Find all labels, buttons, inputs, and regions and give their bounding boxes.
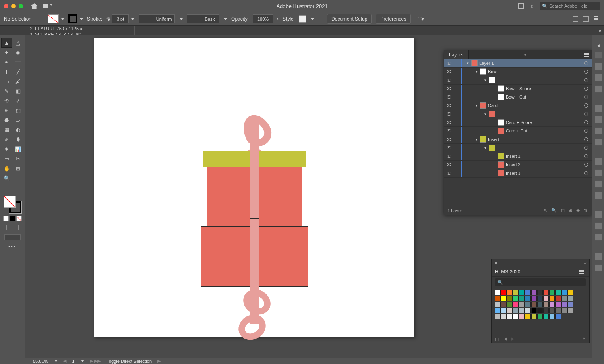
zoom-tool[interactable]: 🔍: [1, 173, 12, 183]
layer-row[interactable]: Insert 2: [444, 161, 592, 169]
swatch[interactable]: [525, 302, 531, 307]
brush-definition[interactable]: Basic: [187, 14, 219, 23]
swatch[interactable]: [525, 290, 531, 295]
layer-row[interactable]: ▾Layer 1: [444, 59, 592, 68]
make-clipping-mask-icon[interactable]: ◻: [561, 208, 565, 213]
layer-row[interactable]: Bow + Score: [444, 85, 592, 93]
color-mode-icon[interactable]: [3, 216, 9, 221]
document-setup-button[interactable]: Document Setup: [327, 14, 372, 24]
swatch[interactable]: [531, 296, 537, 301]
libraries-dock-icon[interactable]: [595, 74, 602, 81]
target-icon[interactable]: [584, 120, 588, 124]
swatches-collapse-icon[interactable]: ‹‹: [584, 261, 587, 265]
maximize-window-button[interactable]: [19, 4, 23, 8]
target-icon[interactable]: [584, 70, 588, 74]
appearance-dock-icon[interactable]: [595, 253, 602, 260]
layer-name-label[interactable]: Insert 1: [506, 154, 521, 159]
swatch[interactable]: [537, 314, 543, 319]
layers-dock-icon[interactable]: [595, 52, 602, 59]
visibility-toggle-icon[interactable]: [447, 172, 451, 175]
profile-dropdown[interactable]: [180, 18, 183, 20]
zoom-dropdown[interactable]: [54, 360, 58, 362]
tab-overflow-button[interactable]: »: [596, 26, 604, 35]
eraser-tool[interactable]: ◧: [12, 86, 24, 96]
swatch[interactable]: [555, 302, 561, 307]
visibility-toggle-icon[interactable]: [447, 70, 451, 73]
hand-tool[interactable]: ✋: [1, 163, 12, 173]
swatch[interactable]: [531, 302, 537, 307]
draw-mode-icon[interactable]: [13, 225, 19, 230]
target-icon[interactable]: [584, 103, 588, 108]
layer-name-label[interactable]: Card: [488, 103, 498, 108]
swatch[interactable]: [531, 290, 537, 295]
layer-name-label[interactable]: Card + Cut: [506, 128, 527, 133]
paragraph-dock-icon[interactable]: [595, 116, 602, 123]
swatch[interactable]: [561, 302, 567, 307]
layer-name-label[interactable]: Insert 3: [506, 171, 521, 176]
swatch[interactable]: [495, 302, 501, 307]
home-icon[interactable]: [31, 3, 37, 9]
visibility-toggle-icon[interactable]: [447, 138, 451, 141]
swatch[interactable]: [495, 290, 501, 295]
layers-panel[interactable]: Layers » ▾Layer 1▾Bow▾Bow + ScoreBow + C…: [444, 50, 592, 215]
visibility-toggle-icon[interactable]: [447, 95, 451, 99]
artboard-tool[interactable]: ▭: [1, 154, 12, 163]
none-mode-icon[interactable]: [16, 216, 22, 221]
close-window-button[interactable]: [4, 4, 8, 8]
gradient-tool[interactable]: ◐: [12, 125, 24, 134]
swatch[interactable]: [525, 296, 531, 301]
target-icon[interactable]: [584, 129, 588, 133]
brush-dropdown[interactable]: [224, 18, 227, 20]
artboard-nav-dropdown[interactable]: [81, 360, 84, 362]
blank3[interactable]: [12, 183, 24, 192]
swatch[interactable]: [507, 296, 513, 301]
disclosure-arrow-icon[interactable]: ▾: [465, 61, 470, 65]
layers-panel-menu-icon[interactable]: [584, 53, 589, 57]
target-icon[interactable]: [584, 87, 588, 91]
selection-tool[interactable]: ▲: [1, 38, 12, 48]
variable-width-profile[interactable]: Uniform: [139, 14, 175, 23]
swatches-menu-icon[interactable]: [579, 270, 584, 274]
layer-row[interactable]: ▾Card: [444, 101, 592, 110]
layer-row[interactable]: ▾: [444, 144, 592, 152]
opacity-field[interactable]: 100%: [253, 14, 273, 23]
slice-tool[interactable]: ✂: [12, 154, 24, 163]
layer-name-label[interactable]: Insert 2: [506, 162, 521, 167]
curvature-tool[interactable]: 〰: [12, 57, 24, 67]
swatches-panel[interactable]: ✕ ‹‹ HLMS 2020 🔍 ⫿⫿ ◀ ▶ ✕: [491, 259, 590, 343]
swatch[interactable]: [519, 290, 525, 295]
help-search-input[interactable]: 🔍 Search Adobe Help: [540, 2, 600, 10]
swatch[interactable]: [501, 290, 507, 295]
column-graph-tool[interactable]: 📊: [12, 144, 24, 154]
transform-panel-icon[interactable]: [573, 16, 578, 22]
layers-search-icon[interactable]: 🔍: [551, 208, 557, 213]
target-icon[interactable]: [584, 137, 588, 141]
fill-stroke-indicator[interactable]: [4, 196, 21, 213]
swatch[interactable]: [537, 290, 543, 295]
pencil-tool[interactable]: ✎: [1, 86, 12, 96]
visibility-toggle-icon[interactable]: [447, 112, 451, 116]
swatch[interactable]: [537, 308, 543, 313]
layer-row[interactable]: ▾: [444, 76, 592, 85]
layer-row[interactable]: Card + Score: [444, 118, 592, 127]
swatch[interactable]: [549, 308, 555, 313]
swatch[interactable]: [561, 296, 567, 301]
swatch[interactable]: [543, 296, 549, 301]
scale-tool[interactable]: ⤢: [12, 96, 24, 105]
visibility-toggle-icon[interactable]: [447, 104, 451, 107]
swatch[interactable]: [513, 296, 519, 301]
line-tool[interactable]: ╱: [12, 67, 24, 77]
layer-row[interactable]: ▾Insert: [444, 135, 592, 144]
layer-row[interactable]: ▾: [444, 110, 592, 118]
swatch[interactable]: [537, 302, 543, 307]
layer-row[interactable]: Insert 1: [444, 152, 592, 161]
swatch[interactable]: [525, 308, 531, 313]
swatch[interactable]: [507, 314, 513, 319]
swatch[interactable]: [555, 296, 561, 301]
fill-swatch[interactable]: [48, 14, 59, 23]
swatch-prev-icon[interactable]: ◀: [504, 336, 507, 341]
swatch[interactable]: [549, 296, 555, 301]
disclosure-arrow-icon[interactable]: ▾: [474, 70, 478, 74]
edit-toolbar-button[interactable]: [4, 234, 21, 240]
opacity-dropdown[interactable]: ›: [277, 16, 279, 22]
